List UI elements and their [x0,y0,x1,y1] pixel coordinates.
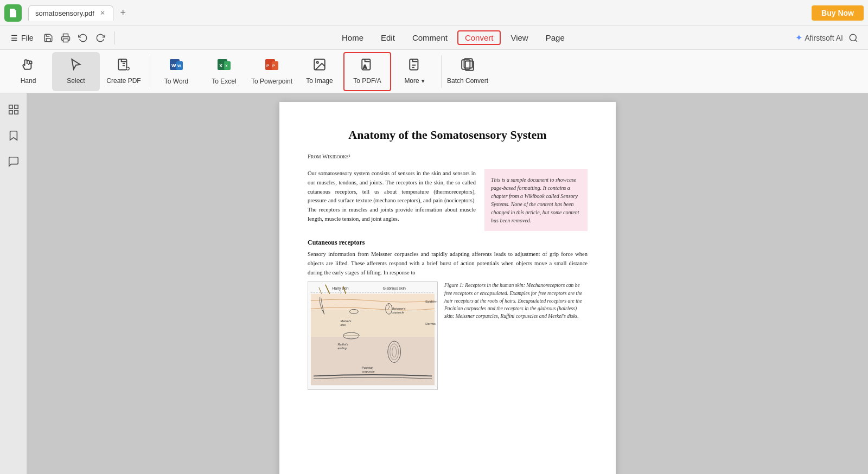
pdf-page: Anatomy of the Somatosensory System From… [279,102,616,474]
toolbar-separator-1 [150,55,150,88]
select-icon [69,57,83,75]
intro-paragraph: Our somatosensory system consists of sen… [308,169,476,224]
svg-text:W: W [177,64,181,68]
more-chevron-icon: ▼ [420,78,426,84]
ai-label-text: Afirstsoft AI [805,34,843,42]
section-heading-cutaneous: Cutaneous receptors [308,239,588,247]
sidebar-bookmark-icon[interactable] [4,126,23,145]
batch-convert-tool[interactable]: Batch Convert [444,52,492,91]
quick-access-icons [40,30,108,46]
redo-button[interactable] [92,30,108,46]
toolbar-separator-2 [441,55,442,88]
select-tool[interactable]: Select [52,52,100,91]
svg-text:Meissner's: Meissner's [392,308,406,311]
svg-point-22 [317,62,318,63]
to-pdfa-label: To PDF/A [353,77,381,85]
to-image-tool[interactable]: To Image [296,52,343,91]
batch-convert-label: Batch Convert [447,77,488,85]
more-label: More [404,77,419,85]
svg-rect-31 [9,105,12,108]
nav-comment[interactable]: Comment [405,30,455,45]
pdf-title: Anatomy of the Somatosensory System [308,128,588,142]
svg-text:W: W [171,63,176,68]
to-word-label: To Word [164,78,188,85]
pdf-subtitle: From Wikibooks¹ [308,153,588,159]
nav-home[interactable]: Home [334,30,371,45]
svg-rect-0 [63,39,68,42]
more-icon [408,57,422,75]
svg-line-2 [855,40,857,41]
svg-text:X: X [225,64,228,68]
svg-text:Merkel's: Merkel's [341,320,352,323]
svg-text:Dermis: Dermis [425,323,436,326]
pdf-tab[interactable]: somatosensory.pdf ✕ [28,5,113,21]
svg-text:P: P [266,63,270,68]
to-powerpoint-label: To Powerpoint [251,78,292,85]
nav-page[interactable]: Page [538,30,572,45]
to-image-icon [312,57,327,75]
sparkle-icon: ✦ [795,33,802,43]
ai-assistant[interactable]: ✦ Afirstsoft AI [795,33,843,43]
nav-view[interactable]: View [503,30,535,45]
tab-close-icon[interactable]: ✕ [99,9,106,17]
title-bar: somatosensory.pdf ✕ + Buy Now [0,0,868,26]
svg-text:corpuscle: corpuscle [392,311,404,315]
to-excel-label: To Excel [212,78,236,85]
svg-rect-33 [9,111,12,114]
figure-image: Hairy skin Glabrous skin [308,281,438,390]
svg-text:Epidermis: Epidermis [425,300,437,303]
sidebar-comment-icon[interactable] [4,152,23,171]
menu-bar: ☰ File Home Edit Comment Convert View Pa… [0,26,868,50]
buy-now-button[interactable]: Buy Now [812,5,864,21]
hamburger-icon: ☰ [11,34,18,42]
to-image-label: To Image [306,77,333,85]
pink-notice-box: This is a sample document to showcase pa… [484,169,588,231]
to-powerpoint-tool[interactable]: PP To Powerpoint [248,52,296,91]
pdf-viewer: Anatomy of the Somatosensory System From… [27,93,868,474]
svg-text:Glabrous skin: Glabrous skin [382,286,406,290]
svg-rect-34 [14,111,17,114]
svg-text:corpuscle: corpuscle [362,370,374,374]
create-pdf-icon [117,57,131,75]
hand-icon [21,57,35,75]
nav-edit[interactable]: Edit [373,30,403,45]
select-label: Select [67,77,85,85]
sidebar-thumbnail-icon[interactable] [4,100,23,119]
to-powerpoint-icon: PP [264,57,279,75]
nav-items: Home Edit Comment Convert View Page [334,30,572,45]
to-excel-tool[interactable]: XX To Excel [200,52,248,91]
to-pdfa-tool[interactable]: A To PDF/A [343,52,391,91]
hand-tool[interactable]: Hand [4,52,52,91]
svg-text:ending: ending [338,347,347,350]
hand-label: Hand [21,77,36,85]
nav-convert[interactable]: Convert [457,30,501,45]
more-tool[interactable]: More ▼ [391,52,439,91]
svg-rect-25 [410,60,418,71]
svg-text:A: A [363,64,367,69]
pdf-pink-box-col: This is a sample document to showcase pa… [484,169,588,231]
to-excel-icon: XX [216,57,232,75]
menu-separator [114,31,114,44]
pdf-intro-section: Our somatosensory system consists of sen… [308,169,588,231]
file-label: File [21,34,34,42]
to-pdfa-icon: A [360,57,374,75]
app-logo [4,4,22,22]
create-pdf-label: Create PDF [106,77,141,85]
to-word-icon: WW [169,57,184,75]
pdf-intro-text: Our somatosensory system consists of sen… [308,169,476,231]
svg-text:Hairy skin: Hairy skin [332,286,349,291]
main-area: Anatomy of the Somatosensory System From… [0,93,868,474]
search-button[interactable] [845,30,861,46]
svg-text:Ruffini's: Ruffini's [338,343,348,346]
save-button[interactable] [40,30,56,46]
to-word-tool[interactable]: WW To Word [152,52,200,91]
create-pdf-tool[interactable]: Create PDF [100,52,148,91]
svg-text:P: P [272,64,275,68]
left-sidebar [0,93,27,474]
new-tab-button[interactable]: + [116,5,131,21]
svg-rect-3 [118,60,126,71]
svg-text:disk: disk [341,324,346,327]
print-button[interactable] [58,30,74,46]
file-menu[interactable]: ☰ File [7,31,38,44]
undo-button[interactable] [75,30,91,46]
